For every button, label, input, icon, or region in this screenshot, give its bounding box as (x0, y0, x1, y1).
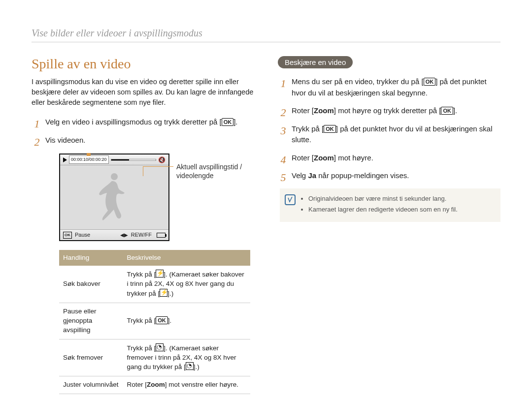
subsection-pill: Beskjære en video (278, 56, 353, 68)
step-1-text-b: ]. (233, 118, 237, 126)
flash-icon (160, 289, 167, 297)
crop-steps: Mens du ser på en video, trykker du på [… (278, 76, 500, 182)
note-box: Originalvideoen bør være minst ti sekund… (280, 188, 500, 222)
cell-desc: Trykk på []. (Kameraet søker fremover i … (123, 339, 250, 376)
cell-action: Søk bakover (59, 266, 123, 303)
cell-desc: Roter [Zoom] mot venstre eller høyre. (123, 376, 250, 394)
action-table: Handling Beskrivelse Søk bakover Trykk p… (59, 250, 250, 394)
note-item: Kameraet lagrer den redigerte videoen so… (308, 205, 494, 214)
right-column: Beskjære en video Mens du ser på en vide… (278, 56, 500, 401)
crop-step-4: Roter [Zoom] mot høyre. (278, 153, 500, 164)
timer-icon (186, 362, 194, 370)
speaker-icon: 🔇 (158, 155, 166, 164)
figure-caption: Aktuell avspillingstid / videolengde (176, 162, 242, 180)
table-row: Pause eller gjenoppta avspilling Trykk p… (59, 303, 250, 339)
ok-mini-icon: OK (63, 232, 72, 239)
th-action: Handling (59, 250, 123, 266)
figure-row: 00:00:10/00:00:20 🔇 OK (59, 154, 254, 241)
lcd-body (60, 165, 168, 229)
intro-paragraph: I avspillingsmodus kan du vise en video … (32, 77, 254, 108)
skater-silhouette (97, 170, 132, 224)
arrows-icon: ◀▶ (120, 231, 128, 239)
note-item: Originalvideoen bør være minst ti sekund… (308, 194, 494, 203)
ok-icon: OK (156, 316, 168, 324)
cell-action: Søk fremover (59, 339, 123, 376)
crop-step-3: Trykk på [OK] på det punktet hvor du vil… (278, 123, 500, 146)
progress-bar (111, 159, 156, 161)
table-row: Juster volumnivået Roter [Zoom] mot vens… (59, 376, 250, 394)
step-1: Velg en video i avspillingsmodus og tryk… (32, 117, 254, 128)
pause-label: Pause (75, 231, 90, 239)
section-title: Spille av en video (32, 56, 254, 72)
flash-icon (156, 270, 164, 278)
ok-icon: OK (222, 118, 234, 126)
cell-desc: Trykk på []. (Kameraet søker bakover i t… (123, 266, 250, 303)
ok-icon: OK (324, 125, 336, 133)
step-2: Vis videoen. 00:00:10/00:00:20 🔇 (32, 135, 254, 395)
crop-step-2: Roter [Zoom] mot høyre og trykk deretter… (278, 105, 500, 117)
ok-icon: OK (441, 107, 453, 115)
timer-icon (156, 343, 164, 351)
crop-step-5: Velg Ja når popup-meldingen vises. (278, 170, 500, 182)
table-row: Søk fremover Trykk på []. (Kameraet søke… (59, 339, 250, 376)
crop-step-1: Mens du ser på en video, trykker du på [… (278, 76, 500, 98)
step-1-text-a: Velg en video i avspillingsmodus og tryk… (45, 118, 222, 126)
left-column: Spille av en video I avspillingsmodus ka… (32, 56, 254, 401)
lcd-bottom-bar: OK Pause ◀▶ REW/FF (60, 229, 168, 240)
note-icon (285, 194, 296, 205)
th-description: Beskrivelse (123, 250, 250, 266)
rewff-label: REW/FF (131, 231, 152, 239)
ok-icon: OK (424, 78, 436, 86)
play-steps: Velg en video i avspillingsmodus og tryk… (32, 117, 254, 394)
lcd-top-bar: 00:00:10/00:00:20 🔇 (60, 154, 168, 165)
breadcrumb: Vise bilder eller videoer i avspillingsm… (32, 28, 500, 42)
time-counter: 00:00:10/00:00:20 (69, 155, 109, 164)
play-icon (63, 157, 67, 162)
cell-action: Juster volumnivået (59, 376, 123, 394)
battery-icon (157, 233, 166, 238)
cell-desc: Trykk på [OK]. (123, 303, 250, 339)
cell-action: Pause eller gjenoppta avspilling (59, 303, 123, 339)
table-row: Søk bakover Trykk på []. (Kameraet søker… (59, 266, 250, 303)
step-2-text: Vis videoen. (45, 136, 85, 144)
